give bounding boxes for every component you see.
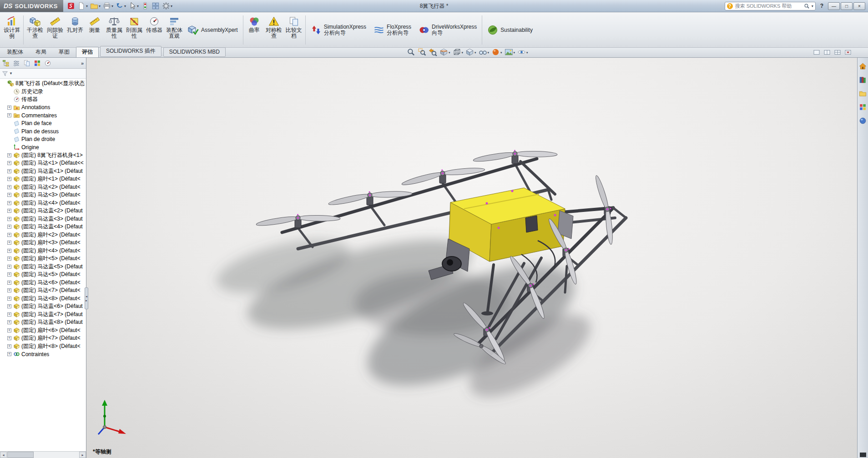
tree-item[interactable]: +(固定) 扇叶<5> (Défaut<	[0, 255, 86, 263]
view-palette-button[interactable]	[858, 102, 868, 111]
tree-item[interactable]: 历史记录	[0, 88, 86, 96]
maximize-button[interactable]: □	[841, 2, 853, 10]
tree-item[interactable]: +(固定) 马达<6> (Défaut<	[0, 279, 86, 287]
tree-item[interactable]: +(固定) 马达<5> (Défaut<	[0, 271, 86, 279]
edit-appearance-caret[interactable]: ▾	[500, 51, 502, 55]
file-properties-button[interactable]	[151, 1, 161, 10]
section-properties-button[interactable]: 剖面属 性	[124, 14, 144, 46]
expand-toggle[interactable]: +	[7, 113, 11, 117]
view-settings-button[interactable]: ▾	[516, 48, 529, 58]
tree-item[interactable]: +(固定) 扇叶<2> (Défaut<	[0, 231, 86, 239]
tree-filter-bar[interactable]: ▼	[0, 69, 86, 79]
search-box[interactable]: ? ▾	[725, 2, 816, 10]
tree-item[interactable]: +Contraintes	[0, 350, 86, 358]
tree-item[interactable]: 8翼飞行器 (Défaut<显示状态	[0, 80, 86, 88]
displaymanager-tab[interactable]	[33, 59, 42, 68]
tree-item[interactable]: Plan de dessus	[0, 127, 86, 136]
view-orientation-caret[interactable]: ▾	[462, 51, 464, 55]
expand-toggle[interactable]: +	[7, 352, 11, 356]
scroll-right-arrow[interactable]: ▸	[79, 452, 86, 458]
tree-item[interactable]: +(固定) 马达<8> (Défaut<	[0, 295, 86, 303]
tree-item[interactable]: +(固定) 马达盖<1> (Défaut	[0, 167, 86, 176]
driveworksxpress-wizard-button[interactable]: DriveWorksXpress 向导	[415, 14, 480, 46]
curvature-button[interactable]: 曲率	[245, 14, 264, 46]
command-tab[interactable]: SOLIDWORKS 插件	[100, 46, 161, 57]
design-study-button[interactable]: 设计算 例	[2, 14, 22, 46]
print-dropdown-caret[interactable]: ▾	[111, 4, 113, 8]
close-group-button[interactable]	[843, 49, 853, 57]
expand-toggle[interactable]: +	[7, 288, 11, 292]
mass-properties-button[interactable]: 质量属 性	[104, 14, 124, 46]
viewport-single-button[interactable]	[812, 49, 821, 57]
expand-toggle[interactable]: +	[7, 177, 11, 181]
interference-check-button[interactable]: 干涉检 查	[25, 14, 45, 46]
command-tab[interactable]: 评估	[76, 47, 99, 57]
filter-dropdown-caret[interactable]: ▼	[9, 71, 13, 75]
simulationxpress-wizard-button[interactable]: SimulationXpress 分析向导	[307, 14, 370, 46]
resize-grip[interactable]	[860, 453, 866, 457]
tree-item[interactable]: +(固定) 马达<1> (Défaut<<	[0, 159, 86, 167]
scroll-thumb[interactable]	[7, 452, 34, 458]
expand-toggle[interactable]: +	[7, 281, 11, 285]
clearance-verification-button[interactable]: 间隙验 证	[45, 14, 65, 46]
expand-toggle[interactable]: +	[7, 169, 11, 173]
viewport-two-button[interactable]	[823, 49, 832, 57]
options-button[interactable]: ▾	[161, 1, 173, 10]
tree-item[interactable]: +(固定) 马达盖<8> (Défaut	[0, 318, 86, 327]
tree-item[interactable]: 传感器	[0, 96, 86, 104]
configurationmanager-tab[interactable]	[22, 59, 31, 68]
expand-toggle[interactable]: +	[7, 233, 11, 237]
print-button[interactable]: ▾	[102, 1, 114, 10]
search-icon[interactable]	[804, 3, 810, 9]
tree-item[interactable]: +(固定) 马达盖<4> (Défaut	[0, 223, 86, 231]
tree-item[interactable]: Origine	[0, 143, 86, 151]
tree-item[interactable]: +AAnnotations	[0, 104, 86, 112]
new-document-dropdown-caret[interactable]: ▾	[86, 4, 88, 8]
help-button[interactable]: ?	[818, 3, 825, 9]
command-tab[interactable]: 布局	[30, 47, 52, 57]
tree-item[interactable]: +Commentaires	[0, 111, 86, 120]
tree-item[interactable]: +(固定) 扇叶<4> (Défaut<	[0, 247, 86, 255]
featuremanager-tab[interactable]	[1, 59, 10, 68]
tree-item[interactable]: Plan de droite	[0, 136, 86, 144]
floxpress-wizard-button[interactable]: FloXpress 分析向导	[370, 14, 415, 46]
assemblyxpert-button[interactable]: AssemblyXpert	[184, 14, 242, 46]
tree-item[interactable]: +(固定) 8翼飞行器机身<1>	[0, 151, 86, 160]
tree-item[interactable]: +(固定) 马达盖<7> (Défaut	[0, 311, 86, 319]
expand-toggle[interactable]: +	[7, 304, 11, 308]
expand-toggle[interactable]: +	[7, 193, 11, 197]
select-button[interactable]: ▾	[127, 1, 140, 10]
tree-item[interactable]: Plan de face	[0, 120, 86, 128]
expand-toggle[interactable]: +	[7, 153, 11, 157]
expand-toggle[interactable]: +	[7, 217, 11, 221]
tree-item[interactable]: +(固定) 扇叶<8> (Défaut<	[0, 342, 86, 351]
expand-toggle[interactable]: +	[7, 312, 11, 317]
tree-item[interactable]: +(固定) 马达<2> (Défaut<	[0, 183, 86, 191]
view-settings-caret[interactable]: ▾	[526, 51, 528, 55]
display-style-button[interactable]: ▾	[464, 48, 477, 58]
expand-toggle[interactable]: +	[7, 241, 11, 245]
apply-scene-button[interactable]: ▾	[504, 48, 516, 58]
open-document-dropdown-caret[interactable]: ▾	[99, 4, 101, 8]
zoom-area-button[interactable]	[417, 48, 427, 58]
section-view-button[interactable]: ▾	[439, 48, 451, 58]
tree-horizontal-scrollbar[interactable]: ◂ ▸	[0, 451, 86, 458]
tree-item[interactable]: +(固定) 马达盖<3> (Défaut	[0, 215, 86, 223]
file-explorer-button[interactable]	[858, 89, 868, 98]
expand-toggle[interactable]: +	[7, 297, 11, 301]
expand-toggle[interactable]: +	[7, 225, 11, 229]
symmetry-check-button[interactable]: 对称检 查	[264, 14, 284, 46]
expand-toggle[interactable]: +	[7, 320, 11, 324]
tree-item[interactable]: +(固定) 马达<3> (Défaut<	[0, 191, 86, 199]
expand-toggle[interactable]: +	[7, 185, 11, 189]
expand-toggle[interactable]: +	[7, 344, 11, 348]
rebuild-button[interactable]	[140, 1, 150, 10]
design-library-button[interactable]	[858, 75, 868, 84]
minimize-button[interactable]: —	[828, 2, 840, 10]
expand-toggle[interactable]: +	[7, 336, 11, 340]
tree-item[interactable]: +(固定) 马达<7> (Défaut<	[0, 287, 86, 295]
viewport-four-button[interactable]	[833, 49, 842, 57]
expand-toggle[interactable]: +	[7, 257, 11, 261]
dimxpertmanager-tab[interactable]	[43, 59, 52, 68]
previous-view-button[interactable]	[428, 48, 438, 58]
